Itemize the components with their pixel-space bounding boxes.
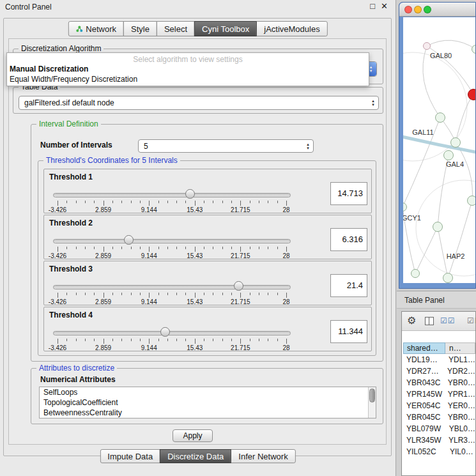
slider-ticks [53, 247, 291, 252]
cell-shared-name[interactable]: YBL079W [403, 423, 445, 434]
cell-name[interactable]: YBL0… [445, 423, 475, 434]
cell-name[interactable]: YBR0… [443, 377, 475, 388]
zoom-button[interactable] [424, 6, 431, 13]
top-tab-bar: NetworkStyleSelectCyni ToolboxjActiveMod… [68, 21, 327, 36]
cell-name[interactable]: YBR0… [443, 411, 475, 423]
cell-name[interactable]: YDL1… [444, 354, 475, 365]
numerical-attributes-list[interactable]: SelfLoopsTopologicalCoefficientBetweenne… [39, 387, 376, 418]
dropdown-item-equal-width-frequency-discretization[interactable]: Equal Width/Frequency Discretization [7, 74, 369, 84]
list-item-topologicalcoefficient[interactable]: TopologicalCoefficient [40, 397, 376, 408]
tab-style[interactable]: Style [123, 21, 157, 36]
tab-label: Select [164, 24, 187, 34]
network-node[interactable] [450, 137, 461, 148]
column-header-name[interactable]: n… [445, 342, 475, 354]
slider-track[interactable] [53, 239, 291, 243]
tab-network[interactable]: Network [68, 21, 124, 36]
select-rows-checkbox-icon[interactable]: ☑☑ [467, 316, 476, 325]
threshold-value-field[interactable]: 11.344 [330, 320, 367, 343]
combo-arrows-icon [303, 142, 313, 150]
minimize-button[interactable] [414, 6, 422, 13]
threshold-value-field[interactable]: 6.316 [330, 228, 367, 251]
cell-shared-name[interactable]: YDR27… [403, 365, 443, 377]
threshold-slider[interactable]: -3.4262.8599.14415.4321.71528 [53, 188, 291, 213]
table-row[interactable]: YBL079WYBL0… [403, 423, 475, 434]
gear-icon[interactable]: ⚙ [407, 314, 416, 326]
list-item-selfloops[interactable]: SelfLoops [40, 387, 376, 397]
table-row[interactable]: YLR345WYLR3… [403, 434, 475, 446]
cell-shared-name[interactable]: YBR043C [403, 377, 443, 388]
network-node[interactable] [433, 222, 443, 232]
network-canvas[interactable]: GAL80GAL11GAL4GCY1HAP2 [403, 17, 475, 283]
number-of-intervals-combobox[interactable]: 5 [138, 139, 314, 153]
slider-ticks [53, 201, 291, 206]
columns-icon[interactable] [425, 317, 434, 325]
tab-infer-network[interactable]: Infer Network [231, 449, 295, 463]
tab-label: Impute Data [107, 452, 153, 461]
cell-shared-name[interactable]: YLR345W [403, 434, 444, 446]
cell-name[interactable]: YDR2… [443, 365, 475, 377]
close-panel-icon[interactable]: ✕ [381, 1, 388, 11]
cell-shared-name[interactable]: YER054C [403, 400, 443, 411]
table-row[interactable]: YBR043CYBR0… [403, 377, 475, 388]
network-node[interactable] [435, 112, 445, 123]
network-window-titlebar[interactable] [399, 3, 475, 17]
tab-jactivemodules[interactable]: jActiveModules [256, 21, 327, 36]
table-data-combobox[interactable]: galFiltered.sif default node [19, 96, 379, 110]
slider-thumb[interactable] [234, 281, 243, 291]
threshold-slider[interactable]: -3.4262.8599.14415.4321.71528 [53, 234, 291, 259]
threshold-slider[interactable]: -3.4262.8599.14415.4321.71528 [53, 326, 291, 351]
table-row[interactable]: YPR145WYPR1… [403, 388, 475, 400]
threshold-value-field[interactable]: 21.4 [330, 274, 367, 297]
table-row[interactable]: YER054CYER0… [403, 400, 475, 411]
cell-name[interactable]: YLR3… [444, 434, 475, 446]
thresholds-group-title: Threshold's Coordinates for 5 Intervals [43, 156, 180, 165]
cell-shared-name[interactable]: YDL19… [403, 354, 444, 365]
table-row[interactable]: YDR27…YDR2… [403, 365, 475, 377]
attributes-group: Attributes to discretize Numerical Attri… [31, 368, 383, 424]
network-icon [75, 26, 82, 33]
cell-name[interactable]: YIL0… [445, 446, 475, 457]
tab-label: Network [86, 24, 116, 34]
slider-track[interactable] [53, 285, 291, 289]
network-node[interactable] [468, 89, 475, 100]
threshold-value-field[interactable]: 14.713 [330, 182, 367, 205]
scrollbar[interactable] [368, 387, 376, 418]
cell-shared-name[interactable]: YIL052C [403, 446, 445, 457]
table-row[interactable]: YBR045CYBR0… [403, 411, 475, 423]
network-node[interactable] [411, 269, 420, 278]
threshold-slider[interactable]: -3.4262.8599.14415.4321.71528 [53, 280, 291, 305]
tab-select[interactable]: Select [157, 21, 195, 36]
table-body: YDL19…YDL1…YDR27…YDR2…YBR043CYBR0…YPR145… [403, 354, 475, 475]
slider-ticks [53, 293, 291, 298]
scrollbar-thumb[interactable] [369, 388, 375, 403]
list-item-betweennesscentrality[interactable]: BetweennessCentrality [40, 408, 376, 418]
network-window: GAL80GAL11GAL4GCY1HAP2 [399, 2, 476, 289]
tab-impute-data[interactable]: Impute Data [100, 449, 160, 463]
close-button[interactable] [404, 6, 412, 13]
apply-button[interactable]: Apply [173, 429, 213, 442]
slider-track[interactable] [53, 331, 291, 335]
column-header-shared-name[interactable]: shared… [403, 342, 445, 354]
slider-thumb[interactable] [124, 235, 134, 245]
slider-thumb[interactable] [185, 189, 195, 199]
control-panel: Control Panel □ ✕ NetworkStyleSelectCyni… [0, 0, 396, 476]
cell-shared-name[interactable]: YBR045C [403, 411, 443, 423]
float-panel-icon[interactable]: □ [370, 1, 375, 11]
discretization-algorithm-title: Discretization Algorithm [19, 44, 104, 53]
cell-name[interactable]: YPR1… [443, 388, 475, 400]
tab-cyni-toolbox[interactable]: Cyni Toolbox [194, 21, 257, 36]
network-node[interactable] [423, 42, 431, 50]
network-node[interactable] [443, 273, 453, 283]
dropdown-item-manual-discretization[interactable]: Manual Discretization [7, 64, 369, 74]
cell-shared-name[interactable]: YPR145W [403, 388, 443, 400]
network-node[interactable] [467, 196, 475, 206]
network-node[interactable] [443, 150, 454, 160]
slider-track[interactable] [53, 193, 291, 197]
tab-discretize-data[interactable]: Discretize Data [160, 449, 231, 463]
table-row[interactable]: YIL052CYIL0… [403, 446, 475, 457]
table-row[interactable]: YDL19…YDL1… [403, 354, 475, 365]
tab-label: Infer Network [238, 452, 288, 461]
select-columns-checkbox-icon[interactable]: ☑☑ [440, 316, 456, 325]
node-label-gal11: GAL11 [412, 128, 433, 136]
cell-name[interactable]: YER0… [443, 400, 475, 411]
